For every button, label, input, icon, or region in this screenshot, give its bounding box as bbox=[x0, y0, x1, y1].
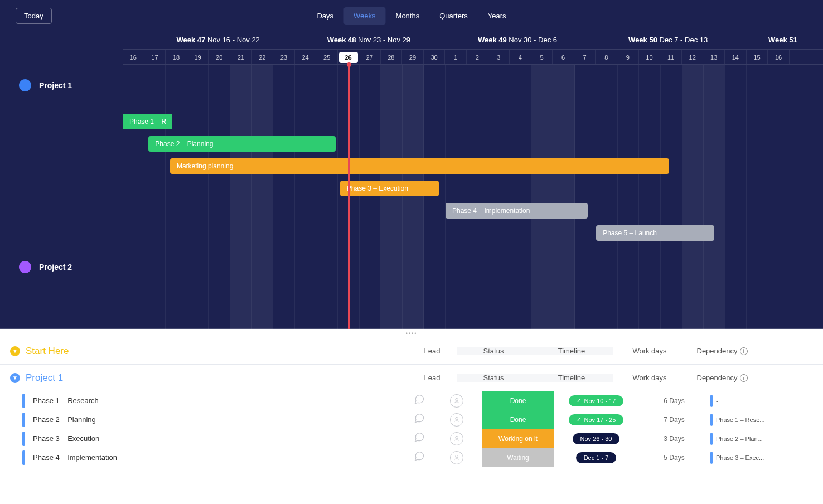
day-cell[interactable]: 18 bbox=[166, 50, 187, 64]
day-cell[interactable]: 10 bbox=[639, 50, 661, 64]
task-name[interactable]: Phase 4 – Implementation bbox=[33, 453, 117, 462]
day-cell[interactable]: 8 bbox=[596, 50, 617, 64]
person-icon bbox=[450, 432, 463, 445]
day-cell[interactable]: 2 bbox=[467, 50, 488, 64]
task-row[interactable]: Phase 4 – ImplementationWaitingDec 1 - 7… bbox=[0, 448, 823, 467]
day-cell[interactable]: 15 bbox=[747, 50, 768, 64]
timeline-cell[interactable]: Dec 1 - 7 bbox=[554, 452, 638, 463]
gantt-bar[interactable]: Phase 2 – Planning bbox=[148, 136, 336, 152]
info-icon[interactable]: i bbox=[740, 374, 748, 382]
day-cell[interactable]: 11 bbox=[660, 50, 682, 64]
day-cell[interactable]: 23 bbox=[273, 50, 295, 64]
status-cell[interactable]: Working on it bbox=[482, 429, 554, 448]
task-name[interactable]: Phase 1 – Research bbox=[33, 396, 99, 405]
day-cell[interactable]: 9 bbox=[617, 50, 639, 64]
collapse-caret[interactable]: ▼ bbox=[10, 373, 20, 383]
gantt-bar[interactable]: Phase 4 – Implementation bbox=[446, 203, 588, 219]
day-cell[interactable]: 5 bbox=[531, 50, 553, 64]
day-cell[interactable]: 7 bbox=[574, 50, 596, 64]
day-cell[interactable]: 1 bbox=[445, 50, 467, 64]
chat-icon[interactable] bbox=[407, 394, 432, 408]
collapse-caret[interactable]: ▼ bbox=[10, 346, 20, 356]
workdays-cell: 7 Days bbox=[638, 416, 710, 424]
lead-cell[interactable] bbox=[432, 432, 482, 445]
project-color-dot bbox=[19, 79, 31, 91]
zoom-tab-years[interactable]: Years bbox=[478, 7, 516, 25]
gantt-project-name[interactable]: Project 1 bbox=[39, 81, 72, 90]
workdays-cell: 3 Days bbox=[638, 435, 710, 443]
lead-cell[interactable] bbox=[432, 394, 482, 408]
chat-icon[interactable] bbox=[407, 432, 432, 445]
gantt-project-name[interactable]: Project 2 bbox=[39, 263, 72, 272]
task-row[interactable]: Phase 1 – ResearchDone✓Nov 10 - 176 Days… bbox=[0, 391, 823, 410]
day-cell[interactable]: 4 bbox=[510, 50, 531, 64]
svg-point-1 bbox=[456, 417, 458, 420]
split-handle[interactable]: •••• bbox=[0, 329, 823, 338]
dependency-cell[interactable]: Phase 1 – Rese... bbox=[710, 414, 783, 426]
gantt-bar[interactable]: Phase 1 – R bbox=[123, 114, 172, 129]
day-cell[interactable]: 3 bbox=[488, 50, 510, 64]
dependency-cell[interactable]: Phase 2 – Plan... bbox=[710, 433, 783, 445]
row-color-indicator bbox=[22, 450, 25, 465]
day-cell[interactable]: 29 bbox=[402, 50, 424, 64]
zoom-tab-weeks[interactable]: Weeks bbox=[343, 7, 386, 25]
gantt-bar[interactable]: Marketing planning bbox=[170, 158, 670, 174]
task-row[interactable]: Phase 2 – PlanningDone✓Nov 17 - 257 Days… bbox=[0, 410, 823, 429]
day-cell[interactable]: 19 bbox=[187, 50, 209, 64]
dependency-cell[interactable]: - bbox=[710, 395, 783, 407]
day-cell[interactable]: 27 bbox=[359, 50, 381, 64]
day-cell[interactable]: 20 bbox=[209, 50, 230, 64]
section-start-here: ▼ Start Here Lead Status Timeline Work d… bbox=[0, 338, 823, 365]
task-name[interactable]: Phase 2 – Planning bbox=[33, 415, 96, 424]
zoom-tab-days[interactable]: Days bbox=[307, 7, 343, 25]
status-cell[interactable]: Waiting bbox=[482, 448, 554, 467]
col-status: Status bbox=[457, 347, 530, 355]
today-button[interactable]: Today bbox=[16, 8, 52, 24]
dependency-cell[interactable]: Phase 3 – Exec... bbox=[710, 452, 783, 464]
gantt-bar[interactable]: Phase 3 – Execution bbox=[340, 181, 439, 196]
timeline-cell[interactable]: ✓Nov 17 - 25 bbox=[554, 414, 638, 425]
section-title[interactable]: Start Here bbox=[26, 346, 69, 357]
row-color-indicator bbox=[22, 432, 25, 446]
timeline-header: Week 47 Nov 16 - Nov 22Week 48 Nov 23 - … bbox=[123, 32, 823, 65]
chat-icon[interactable] bbox=[407, 413, 432, 427]
week-label: Week 49 Nov 30 - Dec 6 bbox=[478, 36, 557, 44]
col-workdays: Work days bbox=[613, 347, 686, 355]
day-cell[interactable]: 17 bbox=[144, 50, 166, 64]
zoom-tab-months[interactable]: Months bbox=[386, 7, 430, 25]
day-cell[interactable]: 22 bbox=[252, 50, 274, 64]
status-cell[interactable]: Done bbox=[482, 391, 554, 410]
day-cell[interactable]: 16 bbox=[123, 50, 144, 64]
lead-cell[interactable] bbox=[432, 451, 482, 464]
gantt-toolbar: Today DaysWeeksMonthsQuartersYears bbox=[0, 0, 823, 32]
day-cell[interactable]: 13 bbox=[703, 50, 725, 64]
svg-point-2 bbox=[456, 436, 458, 439]
status-cell[interactable]: Done bbox=[482, 410, 554, 429]
table-panel: ▼ Start Here Lead Status Timeline Work d… bbox=[0, 338, 823, 467]
zoom-tab-quarters[interactable]: Quarters bbox=[429, 7, 478, 25]
task-row[interactable]: Phase 3 – ExecutionWorking on itNov 26 -… bbox=[0, 429, 823, 448]
today-marker bbox=[348, 65, 350, 329]
day-cell[interactable]: 14 bbox=[725, 50, 747, 64]
day-cell[interactable]: 12 bbox=[682, 50, 704, 64]
chat-icon[interactable] bbox=[407, 450, 432, 464]
day-cell[interactable]: 24 bbox=[295, 50, 317, 64]
timeline-cell[interactable]: Nov 26 - 30 bbox=[554, 433, 638, 444]
col-lead: Lead bbox=[407, 374, 457, 382]
day-cell[interactable]: 28 bbox=[381, 50, 403, 64]
gantt-bar[interactable]: Phase 5 – Launch bbox=[596, 225, 714, 241]
day-cell[interactable]: 6 bbox=[553, 50, 574, 64]
day-cell[interactable]: 21 bbox=[230, 50, 252, 64]
col-dependency: Dependencyi bbox=[686, 374, 758, 382]
day-cell[interactable]: 26 bbox=[339, 52, 358, 63]
day-cell[interactable]: 16 bbox=[768, 50, 790, 64]
info-icon[interactable]: i bbox=[740, 347, 748, 355]
section-title[interactable]: Project 1 bbox=[26, 372, 63, 384]
task-name[interactable]: Phase 3 – Execution bbox=[33, 434, 99, 443]
timeline-cell[interactable]: ✓Nov 10 - 17 bbox=[554, 395, 638, 406]
person-icon bbox=[450, 394, 463, 408]
workdays-cell: 6 Days bbox=[638, 397, 710, 405]
day-cell[interactable]: 25 bbox=[316, 50, 338, 64]
day-cell[interactable]: 30 bbox=[424, 50, 446, 64]
lead-cell[interactable] bbox=[432, 413, 482, 427]
